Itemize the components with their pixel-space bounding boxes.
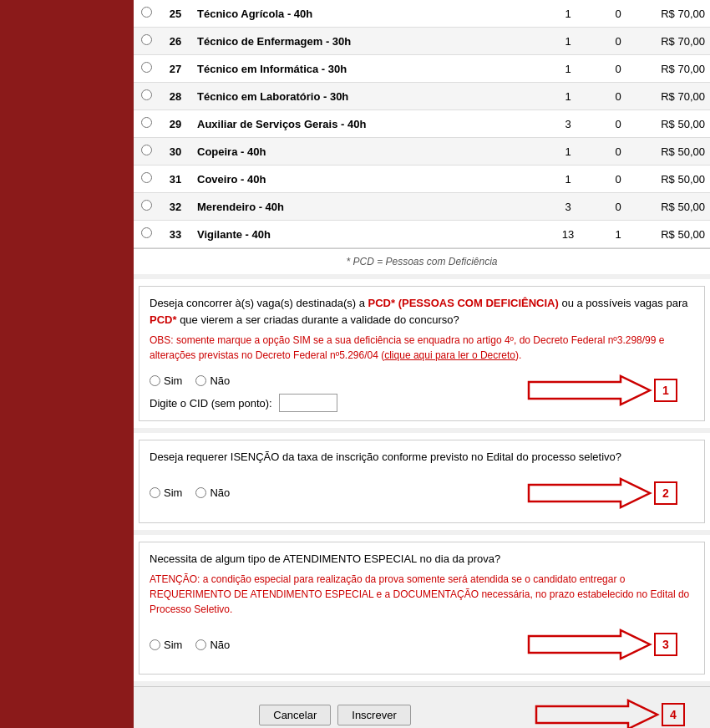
job-radio-cell[interactable] <box>134 110 159 138</box>
pcd-question-end: que vierem a ser criadas durante a valid… <box>177 313 459 326</box>
pcd-nao-label[interactable]: Não <box>195 374 230 387</box>
job-pcd: 0 <box>593 55 643 83</box>
job-vagas: 1 <box>543 138 593 165</box>
job-radio-cell[interactable] <box>134 55 159 83</box>
job-vagas: 3 <box>543 110 593 138</box>
job-radio-cell[interactable] <box>134 0 159 28</box>
cancelar-button[interactable]: Cancelar <box>259 705 331 725</box>
atendimento-nao-radio[interactable] <box>195 639 206 650</box>
inscrever-button[interactable]: Inscrever <box>337 705 410 725</box>
pcd-sim-radio[interactable] <box>150 375 160 386</box>
pcd-question-prefix: Deseja concorrer à(s) vaga(s) destinada(… <box>150 297 368 309</box>
job-price: R$ 50,00 <box>643 138 710 165</box>
job-radio-cell[interactable] <box>134 193 159 221</box>
job-radio-cell[interactable] <box>134 165 159 193</box>
atendimento-sim-label[interactable]: Sim <box>150 639 182 651</box>
job-title: Auxiliar de Serviços Gerais - 40h <box>192 110 543 138</box>
job-pcd: 0 <box>593 165 643 193</box>
arrow-2-svg <box>520 472 654 514</box>
job-num: 33 <box>159 221 192 248</box>
table-row: 28 Técnico em Laboratório - 30h 1 0 R$ 7… <box>134 83 710 110</box>
job-radio-29[interactable] <box>141 117 152 128</box>
pcd-radio-row: Sim Não <box>150 374 337 387</box>
job-radio-cell[interactable] <box>134 83 159 110</box>
isencao-sim-label[interactable]: Sim <box>150 486 182 499</box>
isencao-nao-label[interactable]: Não <box>195 486 230 499</box>
table-row: 27 Técnico em Informática - 30h 1 0 R$ 7… <box>134 55 710 83</box>
isencao-sim-radio[interactable] <box>150 487 160 498</box>
cid-row: Digite o CID (sem ponto): <box>150 394 337 412</box>
annotation-4: 4 <box>662 703 685 726</box>
arrow-3-svg <box>520 624 654 665</box>
job-radio-cell[interactable] <box>134 221 159 248</box>
cid-label: Digite o CID (sem ponto): <box>150 397 272 410</box>
pcd2-text: PCD* <box>150 313 177 326</box>
pcd-sim-label[interactable]: Sim <box>150 374 182 387</box>
job-radio-25[interactable] <box>141 7 152 18</box>
job-price: R$ 50,00 <box>643 165 710 193</box>
job-pcd: 0 <box>593 28 643 55</box>
job-price: R$ 70,00 <box>643 83 710 110</box>
job-title: Técnico Agrícola - 40h <box>192 0 543 28</box>
pcd-question-suffix: ou a possíveis vagas para <box>559 297 688 309</box>
table-row: 29 Auxiliar de Serviços Gerais - 40h 3 0… <box>134 110 710 138</box>
job-title: Vigilante - 40h <box>192 221 543 248</box>
job-radio-33[interactable] <box>141 227 152 238</box>
job-price: R$ 70,00 <box>643 0 710 28</box>
job-num: 25 <box>159 0 192 28</box>
atendimento-sim-radio[interactable] <box>150 639 160 650</box>
job-vagas: 3 <box>543 193 593 221</box>
isencao-nao-radio[interactable] <box>195 487 206 498</box>
arrow-4-svg <box>528 694 662 728</box>
atendimento-nao-label[interactable]: Não <box>195 639 230 651</box>
job-radio-32[interactable] <box>141 200 152 211</box>
table-row: 25 Técnico Agrícola - 40h 1 0 R$ 70,00 <box>134 0 710 28</box>
job-title: Técnico em Informática - 30h <box>192 55 543 83</box>
isencao-question: Deseja requerer ISENÇÃO da taxa de inscr… <box>150 451 621 463</box>
job-radio-28[interactable] <box>141 89 152 100</box>
annotation-3: 3 <box>654 633 677 656</box>
job-vagas: 1 <box>543 83 593 110</box>
job-radio-cell[interactable] <box>134 28 159 55</box>
obs-link[interactable]: clique aqui para ler o Decreto <box>384 349 515 361</box>
cid-input[interactable] <box>279 394 337 412</box>
job-radio-27[interactable] <box>141 62 152 73</box>
job-num: 26 <box>159 28 192 55</box>
arrow-annotation-1: 1 <box>337 369 694 411</box>
job-price: R$ 70,00 <box>643 55 710 83</box>
annotation-2: 2 <box>654 481 677 505</box>
job-title: Técnico em Laboratório - 30h <box>192 83 543 110</box>
job-vagas: 13 <box>543 221 593 248</box>
atendimento-section: Necessita de algum tipo de ATENDIMENTO E… <box>139 542 705 675</box>
table-row: 26 Técnico de Enfermagem - 30h 1 0 R$ 70… <box>134 28 710 55</box>
job-radio-cell[interactable] <box>134 138 159 165</box>
pcd-note: * PCD = Pessoas com Deficiência <box>134 248 710 274</box>
arrow-1-svg <box>520 369 654 411</box>
job-title: Técnico de Enfermagem - 30h <box>192 28 543 55</box>
svg-marker-0 <box>529 376 650 405</box>
jobs-table: 25 Técnico Agrícola - 40h 1 0 R$ 70,00 2… <box>134 0 710 248</box>
job-radio-31[interactable] <box>141 172 152 183</box>
job-price: R$ 50,00 <box>643 110 710 138</box>
job-price: R$ 50,00 <box>643 221 710 248</box>
pcd-nao-radio[interactable] <box>195 375 206 386</box>
arrow-annotation-2: 2 <box>230 472 694 514</box>
job-num: 30 <box>159 138 192 165</box>
table-row: 30 Copeira - 40h 1 0 R$ 50,00 <box>134 138 710 165</box>
job-num: 28 <box>159 83 192 110</box>
job-price: R$ 70,00 <box>643 28 710 55</box>
job-num: 31 <box>159 165 192 193</box>
job-num: 32 <box>159 193 192 221</box>
job-vagas: 1 <box>543 55 593 83</box>
form-buttons: Cancelar Inscrever <box>142 705 528 725</box>
pcd-link[interactable]: PCD* (PESSOAS COM DEFICIÊNCIA) <box>368 297 559 309</box>
arrow-annotation-3: 3 <box>230 624 694 665</box>
job-radio-30[interactable] <box>141 145 152 155</box>
arrow-annotation-4: 4 <box>528 694 702 728</box>
job-vagas: 1 <box>543 165 593 193</box>
atendimento-question: Necessita de algum tipo de ATENDIMENTO E… <box>150 552 500 565</box>
atendimento-attention: ATENÇÃO: a condição especial para realiz… <box>150 573 689 615</box>
job-num: 27 <box>159 55 192 83</box>
job-radio-26[interactable] <box>141 34 152 45</box>
job-vagas: 1 <box>543 0 593 28</box>
